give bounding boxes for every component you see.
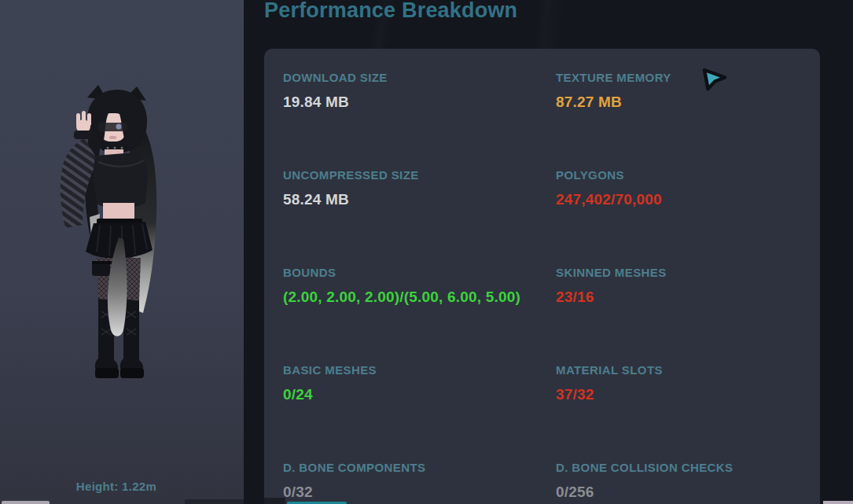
cutoff-thumbnail-strip [2, 501, 50, 504]
stat-label: POLYGONS [556, 168, 820, 182]
stat-value: 58.24 MB [283, 189, 542, 209]
cutoff-dark-strip [185, 499, 244, 504]
stat-dbone-collision-checks: D. BONE COLLISION CHECKS 0/256 [556, 461, 820, 504]
stat-value: 87.27 MB [556, 92, 815, 112]
stat-value: (2.00, 2.00, 2.00)/(5.00, 6.00, 5.00) [283, 287, 542, 307]
avatar-height-label: Height: 1.22m [0, 480, 233, 493]
stat-value: 0/24 [283, 384, 542, 404]
stat-basic-meshes: BASIC MESHES 0/24 [283, 363, 556, 461]
stat-label: D. BONE COLLISION CHECKS [556, 461, 820, 475]
stat-label: D. BONE COMPONENTS [283, 461, 556, 475]
stat-polygons: POLYGONS 247,402/70,000 [556, 168, 820, 266]
stats-grid: DOWNLOAD SIZE 19.84 MB TEXTURE MEMORY 87… [264, 49, 820, 504]
stat-label: DOWNLOAD SIZE [283, 71, 556, 85]
performance-breakdown-card: DOWNLOAD SIZE 19.84 MB TEXTURE MEMORY 87… [264, 49, 820, 504]
stat-skinned-meshes: SKINNED MESHES 23/16 [556, 266, 820, 363]
stat-material-slots: MATERIAL SLOTS 37/32 [556, 363, 820, 461]
stat-texture-memory: TEXTURE MEMORY 87.27 MB [556, 71, 820, 168]
stat-label: TEXTURE MEMORY [556, 71, 820, 85]
stat-value: 247,402/70,000 [556, 189, 815, 209]
stat-value: 37/32 [556, 384, 815, 404]
mouse-cursor-icon [701, 66, 728, 93]
stat-label: BOUNDS [283, 266, 556, 280]
stat-value: 0/32 [283, 482, 542, 502]
cutoff-bottom-right-strip [823, 501, 853, 504]
page-title: Performance Breakdown [264, 0, 517, 25]
cutoff-dark-thumbnail [264, 498, 285, 504]
avatar-sidebar: Height: 1.22m [0, 0, 244, 504]
stat-label: MATERIAL SLOTS [556, 363, 820, 377]
stat-label: SKINNED MESHES [556, 266, 820, 280]
stat-uncompressed-size: UNCOMPRESSED SIZE 58.24 MB [283, 168, 556, 266]
stat-value: 23/16 [556, 287, 815, 307]
avatar-preview [59, 83, 185, 386]
stat-dbone-components: D. BONE COMPONENTS 0/32 [283, 461, 556, 504]
stat-value: 19.84 MB [283, 92, 542, 112]
stat-value: 0/256 [556, 482, 815, 502]
stat-label: BASIC MESHES [283, 363, 556, 377]
stat-bounds: BOUNDS (2.00, 2.00, 2.00)/(5.00, 6.00, 5… [283, 266, 556, 363]
stat-label: UNCOMPRESSED SIZE [283, 168, 556, 182]
avatar-performance-screen: Height: 1.22m Performance Breakdown DOWN… [0, 0, 853, 504]
stat-download-size: DOWNLOAD SIZE 19.84 MB [283, 71, 556, 168]
